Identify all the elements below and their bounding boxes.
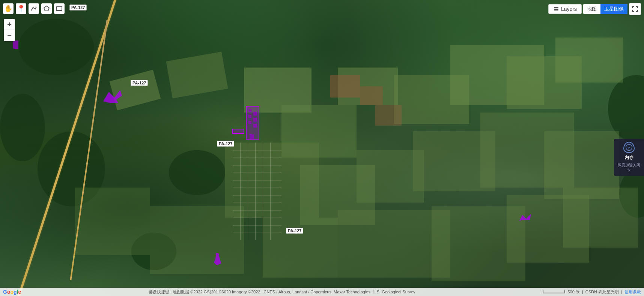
forest-patch xyxy=(169,150,225,195)
fullscreen-button[interactable] xyxy=(629,3,641,15)
scale-label: 500 米 xyxy=(567,289,579,295)
annotation-shape xyxy=(213,252,221,265)
map-type-satellite-button[interactable]: 卫星图像 xyxy=(600,4,627,14)
polygon-tool-icon[interactable] xyxy=(41,3,52,14)
grid-line xyxy=(233,188,281,188)
grid-line xyxy=(270,143,271,240)
toolbar: ✋ 📍 xyxy=(0,0,68,17)
layers-button[interactable]: Layers xyxy=(548,4,582,14)
map-type-map-button[interactable]: 地图 xyxy=(583,4,600,14)
annotation-shape xyxy=(519,213,532,221)
grid-line xyxy=(240,143,241,240)
grid-line xyxy=(233,233,281,233)
field xyxy=(563,188,638,248)
grid-line xyxy=(233,210,281,210)
map-data: 地图数据 ©2022 GS(2011)6020 Imagery ©2022 , … xyxy=(173,290,415,294)
layers-label: Layers xyxy=(561,6,577,12)
rectangle-tool-icon[interactable] xyxy=(54,3,65,14)
keyboard-shortcut: 键盘快捷键 xyxy=(149,290,169,294)
top-right-controls: Layers 地图 卫星图像 xyxy=(548,3,641,15)
grid-line xyxy=(233,150,281,150)
grid-line xyxy=(233,203,281,203)
field xyxy=(263,218,338,278)
field xyxy=(555,38,623,83)
notification-subtitle: 深度加速关闭卡 xyxy=(616,162,642,173)
zoom-out-button[interactable]: − xyxy=(4,30,15,41)
annotation-marker xyxy=(13,41,18,49)
annotation-dot xyxy=(248,109,251,112)
cleared-area xyxy=(330,75,360,98)
svg-marker-0 xyxy=(103,90,122,103)
annotation-dot xyxy=(253,124,257,128)
hand-tool-icon[interactable]: ✋ xyxy=(3,3,14,14)
layers-icon xyxy=(553,6,559,12)
svg-marker-3 xyxy=(44,6,49,11)
forest-patch xyxy=(19,19,94,75)
map-type-controls: 地图 卫星图像 xyxy=(583,4,627,14)
zoom-controls: + − xyxy=(4,19,15,41)
side-notification: 内存 深度加速关闭卡 xyxy=(614,139,644,176)
terms-link[interactable]: 使用条款 xyxy=(624,289,641,295)
grid-line xyxy=(233,158,281,158)
scale-info: 500 米 | CSDN @此星光明 | 使用条款 xyxy=(543,289,641,295)
svg-marker-2 xyxy=(214,253,221,265)
csdn-credit: CSDN @此星光明 xyxy=(585,289,619,295)
road-label-2: PA-127 xyxy=(131,80,148,86)
forest-patch xyxy=(0,94,45,161)
annotation-dot xyxy=(248,115,251,118)
svg-rect-4 xyxy=(57,7,62,11)
svg-rect-5 xyxy=(554,7,558,8)
attribution-bar: Google 键盘快捷键 | 地图数据 ©2022 GS(2011)6020 I… xyxy=(0,288,644,296)
grid-line xyxy=(263,143,263,240)
separator2: | xyxy=(582,290,583,294)
annotation-rect xyxy=(232,129,244,134)
fullscreen-icon xyxy=(632,6,638,12)
annotation-dot xyxy=(248,121,251,124)
grid-line xyxy=(233,225,281,225)
annotation-dot xyxy=(253,112,257,116)
shield-icon xyxy=(623,142,635,153)
scale-line xyxy=(543,290,565,293)
annotation-dot xyxy=(253,118,257,122)
separator3: | xyxy=(621,290,622,294)
field xyxy=(150,206,244,274)
google-logo: Google xyxy=(3,289,21,295)
annotation-dot xyxy=(250,134,254,139)
grid-line xyxy=(233,218,281,218)
cleared-area xyxy=(360,86,383,105)
pin-tool-icon[interactable]: 📍 xyxy=(16,3,26,14)
grid-line xyxy=(233,180,281,180)
grid-line xyxy=(255,143,256,240)
map-container[interactable]: PA-127 PA-127 PA-127 PA-127 ✋ 📍 xyxy=(0,0,644,296)
annotation-shape xyxy=(101,86,124,105)
attribution-text: 键盘快捷键 | 地图数据 ©2022 GS(2011)6020 Imagery … xyxy=(21,289,543,295)
grid-line xyxy=(233,195,281,195)
cleared-area xyxy=(375,105,402,126)
svg-marker-1 xyxy=(519,214,531,221)
road-label-3: PA-127 xyxy=(217,141,234,147)
road-label-1: PA-127 xyxy=(69,5,87,11)
notification-title: 内存 xyxy=(624,155,633,161)
field xyxy=(75,188,150,255)
grid-line xyxy=(233,173,281,173)
zoom-in-button[interactable]: + xyxy=(4,19,15,30)
svg-rect-7 xyxy=(554,11,558,11)
road-label-4: PA-127 xyxy=(286,228,303,234)
polyline-tool-icon[interactable] xyxy=(29,3,39,14)
scale-bar xyxy=(543,290,565,293)
svg-rect-6 xyxy=(554,9,558,10)
grid-line xyxy=(233,165,281,165)
grid-line xyxy=(248,143,248,240)
